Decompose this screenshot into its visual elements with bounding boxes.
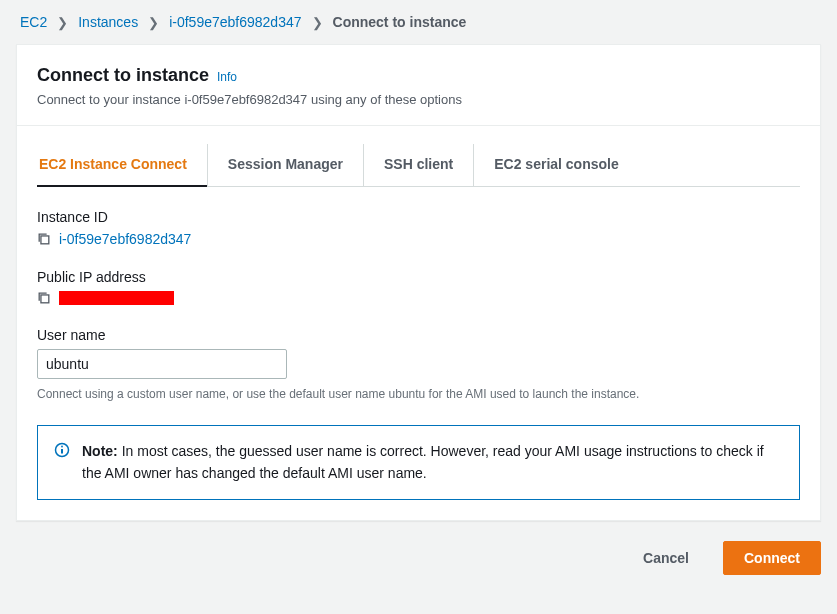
user-name-input[interactable] (37, 349, 287, 379)
note-box: Note: In most cases, the guessed user na… (37, 425, 800, 500)
copy-icon[interactable] (37, 232, 51, 246)
instance-id-value[interactable]: i-0f59e7ebf6982d347 (59, 231, 191, 247)
instance-id-field: Instance ID i-0f59e7ebf6982d347 (37, 209, 800, 247)
tab-session-manager[interactable]: Session Manager (208, 144, 364, 186)
chevron-right-icon: ❯ (148, 15, 159, 30)
tab-ec2-instance-connect[interactable]: EC2 Instance Connect (37, 144, 208, 186)
breadcrumb: EC2 ❯ Instances ❯ i-0f59e7ebf6982d347 ❯ … (0, 0, 837, 44)
tab-ssh-client[interactable]: SSH client (364, 144, 474, 186)
connect-panel: Connect to instance Info Connect to your… (16, 44, 821, 521)
user-name-label: User name (37, 327, 800, 343)
note-text: Note: In most cases, the guessed user na… (82, 440, 783, 485)
panel-body: EC2 Instance Connect Session Manager SSH… (17, 144, 820, 520)
public-ip-field: Public IP address (37, 269, 800, 305)
cancel-button[interactable]: Cancel (623, 542, 709, 574)
copy-icon[interactable] (37, 291, 51, 305)
public-ip-label: Public IP address (37, 269, 800, 285)
breadcrumb-instances[interactable]: Instances (78, 14, 138, 30)
footer: Cancel Connect (0, 521, 837, 575)
svg-rect-1 (41, 295, 49, 303)
svg-point-4 (61, 446, 63, 448)
public-ip-redacted (59, 291, 174, 305)
note-bold: Note: (82, 443, 118, 459)
info-icon (54, 442, 70, 458)
tabs: EC2 Instance Connect Session Manager SSH… (37, 144, 800, 187)
connect-button[interactable]: Connect (723, 541, 821, 575)
note-body: In most cases, the guessed user name is … (82, 443, 764, 481)
breadcrumb-instance-id[interactable]: i-0f59e7ebf6982d347 (169, 14, 301, 30)
panel-header: Connect to instance Info Connect to your… (17, 45, 820, 126)
instance-id-label: Instance ID (37, 209, 800, 225)
info-link[interactable]: Info (217, 70, 237, 84)
breadcrumb-ec2[interactable]: EC2 (20, 14, 47, 30)
chevron-right-icon: ❯ (57, 15, 68, 30)
page-subtitle: Connect to your instance i-0f59e7ebf6982… (37, 92, 800, 107)
user-name-help: Connect using a custom user name, or use… (37, 387, 800, 401)
tab-ec2-serial-console[interactable]: EC2 serial console (474, 144, 639, 186)
chevron-right-icon: ❯ (312, 15, 323, 30)
breadcrumb-current: Connect to instance (333, 14, 467, 30)
page-title: Connect to instance (37, 65, 209, 86)
user-name-field: User name Connect using a custom user na… (37, 327, 800, 401)
svg-rect-0 (41, 236, 49, 244)
